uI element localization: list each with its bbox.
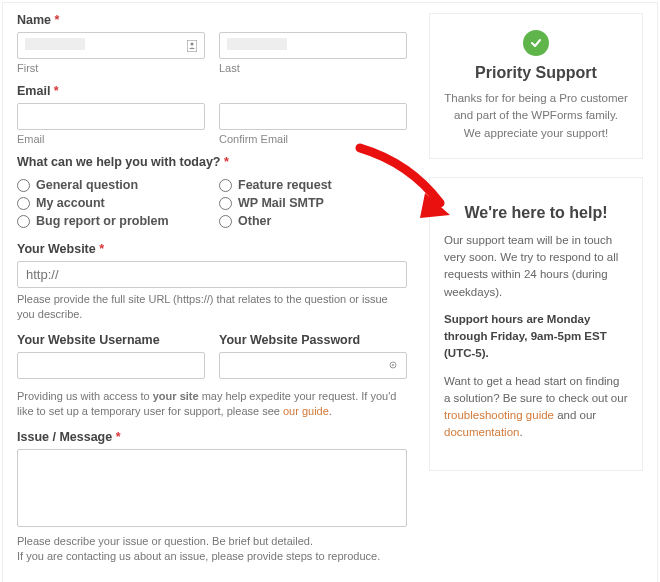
issue-label: Issue / Message * [17,430,407,444]
question-label: What can we help you with today? * [17,155,407,169]
troubleshooting-link[interactable]: troubleshooting guide [444,409,554,421]
help-p3: Want to get a head start on finding a so… [444,373,628,442]
issue-help-b: If you are contacting us about an issue,… [17,549,407,564]
first-sublabel: First [17,62,205,74]
website-label: Your Website * [17,242,407,256]
help-p1: Our support team will be in touch very s… [444,232,628,301]
email-input[interactable] [17,103,205,130]
issue-help-a: Please describe your issue or question. … [17,534,407,549]
creds-help: Providing us with access to your site ma… [17,389,407,420]
priority-title: Priority Support [444,64,628,82]
last-sublabel: Last [219,62,407,74]
password-input[interactable] [219,352,407,379]
checkmark-icon [523,30,549,56]
issue-textarea[interactable] [17,449,407,527]
name-label: Name * [17,13,407,27]
placeholder-mask [227,38,287,50]
svg-rect-0 [187,40,197,52]
opt-my-account[interactable]: My account [17,196,205,210]
placeholder-mask [25,38,85,50]
priority-support-card: Priority Support Thanks for for being a … [429,13,643,159]
email-label: Email * [17,84,407,98]
our-guide-link[interactable]: our guide [283,405,329,417]
confirm-email-input[interactable] [219,103,407,130]
website-input[interactable] [17,261,407,288]
help-p2: Support hours are Monday through Friday,… [444,311,628,363]
priority-text: Thanks for for being a Pro customer and … [444,90,628,142]
help-title: We're here to help! [444,204,628,222]
email-sublabel: Email [17,133,205,145]
svg-point-3 [392,364,394,366]
svg-point-1 [191,42,194,45]
help-card: We're here to help! Our support team wil… [429,177,643,471]
documentation-link[interactable]: documentation [444,426,519,438]
opt-feature-request[interactable]: Feature request [219,178,407,192]
opt-general-question[interactable]: General question [17,178,205,192]
opt-wp-mail-smtp[interactable]: WP Mail SMTP [219,196,407,210]
username-label: Your Website Username [17,333,205,347]
website-help: Please provide the full site URL (https:… [17,292,407,323]
username-input[interactable] [17,352,205,379]
opt-other[interactable]: Other [219,214,407,228]
contact-icon [187,40,197,52]
form-column: Name * First Last [17,13,407,582]
password-label: Your Website Password [219,333,407,347]
sidebar: Priority Support Thanks for for being a … [429,13,643,582]
eye-icon[interactable] [387,359,399,371]
opt-bug-report[interactable]: Bug report or problem [17,214,205,228]
confirm-email-sublabel: Confirm Email [219,133,407,145]
